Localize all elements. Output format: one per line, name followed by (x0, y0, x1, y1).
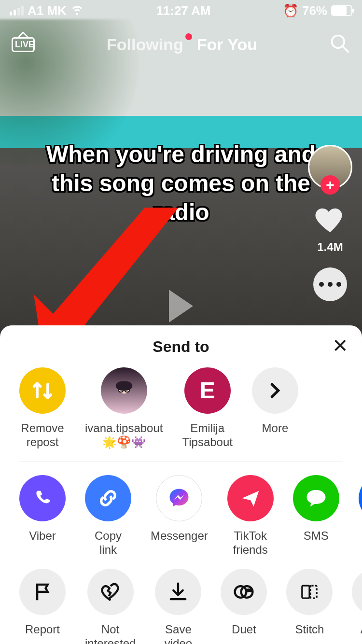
contacts-row: Remove repost ivana.tipsabout 🌟🍄👾 E Emil… (0, 367, 362, 461)
svg-rect-12 (311, 586, 317, 598)
play-icon[interactable] (169, 290, 193, 322)
clock: 11:27 AM (156, 3, 210, 18)
app-label: Viber (29, 529, 56, 557)
share-sheet: Send to ✕ Remove repost ivana.tipsabout … (0, 325, 362, 644)
avatar-initial-icon: E (184, 367, 231, 414)
action-not-interested[interactable]: Not interested (85, 569, 136, 644)
contact-emilija[interactable]: E Emilija Tipsabout (182, 367, 233, 449)
share-sms[interactable]: SMS (293, 475, 339, 557)
action-report[interactable]: Report (19, 569, 66, 644)
like-button[interactable]: 1.4M (313, 203, 347, 254)
like-count: 1.4M (313, 240, 347, 254)
avatar-icon (101, 367, 147, 414)
signal-icon (10, 6, 24, 15)
carrier-label: A1 MK (28, 3, 67, 18)
status-bar: A1 MK 11:27 AM ⏰ 76% (0, 0, 362, 21)
svg-rect-11 (302, 586, 309, 598)
action-stitch[interactable]: Stitch (286, 569, 333, 644)
share-tiktok-friends[interactable]: TikTok friends (227, 475, 274, 557)
action-label: Report (25, 623, 60, 644)
stitch-icon (286, 569, 333, 615)
tab-following-label: Following (107, 35, 183, 54)
top-nav: LIVE Following For You (0, 25, 362, 64)
facebook-icon (359, 475, 362, 521)
broken-heart-icon (87, 569, 134, 615)
battery-icon (331, 5, 352, 16)
actions-row[interactable]: Report Not interested Save video Duet St… (0, 569, 362, 644)
flag-icon (19, 569, 66, 615)
share-copy-link[interactable]: Copy link (85, 475, 131, 557)
apps-row[interactable]: Viber Copy link Messenger TikTok friends… (0, 475, 362, 569)
follow-button[interactable]: + (320, 175, 340, 195)
contact-label: Remove repost (19, 421, 66, 449)
more-contacts-button[interactable]: More (252, 367, 298, 449)
action-rail: + 1.4M (307, 145, 353, 301)
sms-icon (293, 475, 339, 521)
bookmark-icon (352, 569, 362, 615)
contact-ivana[interactable]: ivana.tipsabout 🌟🍄👾 (85, 367, 163, 449)
contact-label: ivana.tipsabout 🌟🍄👾 (85, 421, 163, 449)
creator-avatar[interactable]: + (308, 145, 352, 189)
share-viber[interactable]: Viber (19, 475, 66, 557)
svg-point-0 (332, 36, 345, 48)
chevron-right-icon (252, 367, 298, 414)
contact-label: More (262, 421, 289, 449)
share-messenger[interactable]: Messenger (151, 475, 208, 557)
download-icon (155, 569, 201, 615)
share-facebook[interactable]: Fac (359, 475, 362, 557)
action-save-video[interactable]: Save video (155, 569, 201, 644)
search-button[interactable] (329, 33, 350, 56)
wifi-icon (70, 2, 84, 19)
action-label: Duet (232, 623, 256, 644)
app-label: TikTok friends (227, 529, 274, 557)
svg-point-10 (250, 589, 251, 591)
battery-pct: 76% (302, 3, 327, 18)
tab-following[interactable]: Following (107, 35, 183, 54)
close-button[interactable]: ✕ (332, 336, 348, 355)
divider (19, 461, 343, 462)
sheet-title: Send to (153, 338, 209, 355)
notification-dot-icon (185, 33, 192, 40)
remove-repost-button[interactable]: Remove repost (19, 367, 66, 449)
app-label: Messenger (151, 529, 208, 557)
app-label: Copy link (85, 529, 131, 557)
svg-line-1 (343, 46, 348, 52)
alarm-icon: ⏰ (283, 3, 298, 18)
more-button[interactable] (313, 267, 347, 301)
send-icon (227, 475, 274, 521)
search-icon (329, 33, 350, 54)
action-duet[interactable]: Duet (221, 569, 267, 644)
repost-icon (19, 367, 66, 414)
contact-label: Emilija Tipsabout (182, 421, 233, 449)
viber-icon (19, 475, 66, 521)
link-icon (85, 475, 131, 521)
action-favorite[interactable]: A Fav (352, 569, 362, 644)
action-label: Save video (155, 623, 201, 644)
duet-icon (221, 569, 267, 615)
tab-for-you[interactable]: For You (197, 35, 257, 54)
live-button[interactable]: LIVE (12, 37, 35, 52)
action-label: Not interested (85, 623, 136, 644)
action-label: Stitch (295, 623, 324, 644)
heart-icon (313, 203, 347, 237)
app-label: SMS (304, 529, 329, 557)
messenger-icon (156, 475, 202, 521)
